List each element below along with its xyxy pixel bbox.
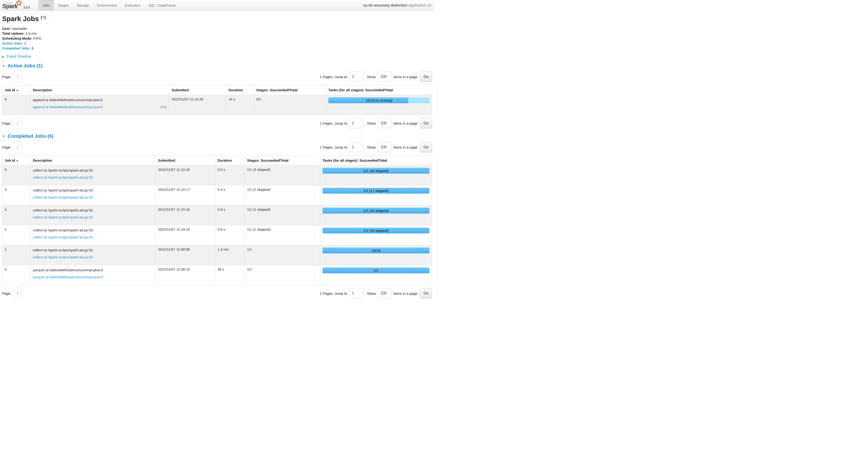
job-duration-cell: 0.5 s — [215, 165, 245, 186]
page-number-button[interactable]: 1 — [13, 117, 22, 129]
col-header-stages[interactable]: Stages: Succeeded/Total — [254, 85, 326, 95]
uptime-value: 3.0 min — [25, 31, 37, 35]
active-jobs-section-header[interactable]: ▼ Active Jobs (1) — [2, 63, 432, 68]
job-tasks-cell: 1/1 — [320, 265, 432, 285]
job-tasks-cell: 15/19 (4 running) — [326, 95, 432, 115]
col-header-tasks[interactable]: Tasks (for all stages): Succeeded/Total — [320, 155, 432, 165]
active-jobs-section-title[interactable]: Active Jobs (1) — [7, 63, 42, 68]
col-header-submitted[interactable]: Submitted — [169, 85, 226, 95]
job-detail-link[interactable]: collect at /spark-scripts/spark-ad.py:53 — [33, 215, 93, 220]
col-header-submitted[interactable]: Submitted — [156, 155, 215, 165]
jump-to-input[interactable] — [349, 118, 363, 128]
job-duration-cell: 0.3 s — [215, 186, 245, 205]
job-description-text: collect at /spark-scripts/spark-ad.py:53 — [33, 227, 153, 233]
active-bottom-pager: Page: 1 1 Pages. Jump to . Show items in… — [2, 117, 432, 129]
job-description-cell: append at NativeMethodAccessorImpl.java:… — [30, 95, 169, 115]
tasks-progress-bar: 15/19 (4 running) — [329, 97, 429, 103]
job-stages-cell: 1/1 (1 skipped) — [245, 225, 320, 245]
job-detail-link[interactable]: collect at /spark-scripts/spark-ad.py:53 — [33, 255, 93, 259]
pages-jump-text: 1 Pages. Jump to — [320, 75, 347, 79]
tasks-progress-bar: 1/1 (16 skipped) — [322, 208, 429, 214]
col-header-duration[interactable]: Duration — [226, 85, 254, 95]
tasks-progress-bar: 1/1 (16 skipped) — [322, 228, 429, 233]
page-number-button[interactable]: 1 — [13, 141, 22, 153]
page-label: Page: — [2, 291, 11, 295]
show-text: . Show — [365, 121, 376, 125]
page-title: Spark Jobs (?) — [2, 15, 432, 23]
event-timeline-link[interactable]: Event Timeline — [6, 54, 31, 58]
job-submitted-cell: 2022/11/07 11:10:16 — [156, 205, 215, 225]
job-detail-link[interactable]: collect at /spark-scripts/spark-ad.py:53 — [33, 195, 93, 200]
job-submitted-cell: 2022/11/07 11:10:16 — [156, 225, 215, 245]
col-header-description[interactable]: Description — [30, 155, 156, 165]
completed-table-header-row: Job Id▼ Description Submitted Duration S… — [2, 155, 432, 165]
tab-sql-dataframe[interactable]: SQL / DataFrame — [145, 0, 180, 10]
job-detail-link[interactable]: parquet at NativeMethodAccessorImpl.java… — [33, 275, 103, 280]
col-header-job-id[interactable]: Job Id▼ — [2, 155, 30, 165]
tab-jobs[interactable]: Jobs — [38, 0, 54, 10]
page-label: Page: — [2, 145, 11, 149]
spark-brand: APACHE Spark 3.3.0 — [0, 0, 35, 10]
items-per-page-input[interactable] — [377, 142, 392, 152]
page-number-button[interactable]: 1 — [13, 287, 22, 299]
active-jobs-link[interactable]: Active Jobs: — [2, 41, 23, 45]
job-tasks-cell: 1/1 (18 skipped) — [320, 165, 432, 186]
job-id-cell: 5 — [2, 165, 30, 186]
items-in-page-text: items in a page. — [394, 75, 418, 79]
help-link[interactable]: (?) — [40, 15, 46, 20]
job-tasks-cell: 1/1 (16 skipped) — [320, 205, 432, 225]
completed-jobs-link[interactable]: Completed Jobs: — [2, 46, 31, 50]
completed-jobs-section-header[interactable]: ▼ Completed Jobs (6) — [2, 133, 432, 139]
jump-to-input[interactable] — [349, 142, 363, 152]
completed-job-row: 1 collect at /spark-scripts/spark-ad.py:… — [2, 245, 432, 265]
tasks-progress-bar: 1/1 (18 skipped) — [322, 168, 429, 174]
items-per-page-input[interactable] — [377, 118, 392, 128]
application-title: ny-tlc-anomaly-detection application UI — [363, 0, 434, 10]
go-button[interactable]: Go — [420, 142, 432, 152]
tab-environment[interactable]: Environment — [93, 0, 121, 10]
col-header-job-id[interactable]: Job Id▼ — [2, 85, 30, 95]
active-jobs-count: 1 — [24, 41, 26, 45]
tasks-progress-bar: 1/1 (17 skipped) — [322, 188, 429, 194]
summary-active-jobs: Active Jobs: 1 — [2, 41, 432, 46]
col-header-tasks[interactable]: Tasks (for all stages): Succeeded/Total — [326, 85, 432, 95]
job-duration-cell: 0.8 s — [215, 225, 245, 245]
go-button[interactable]: Go — [420, 118, 432, 129]
tasks-progress-bar: 16/16 — [322, 248, 429, 253]
show-text: . Show — [365, 291, 376, 295]
jump-to-input[interactable] — [349, 288, 363, 298]
tab-stages[interactable]: Stages — [54, 0, 73, 10]
col-header-description[interactable]: Description — [30, 85, 169, 95]
tab-executors[interactable]: Executors — [121, 0, 145, 10]
page-number-button[interactable]: 1 — [13, 71, 22, 83]
job-summary-list: User: stackable Total Uptime: 3.0 min Sc… — [2, 26, 432, 51]
pages-jump-text: 1 Pages. Jump to — [320, 291, 347, 295]
items-per-page-input[interactable] — [377, 288, 392, 298]
progress-label: 15/19 (4 running) — [329, 97, 429, 103]
job-detail-link[interactable]: append at NativeMethodAccessorImpl.java:… — [33, 105, 103, 109]
go-button[interactable]: Go — [420, 72, 432, 82]
kill-job-link[interactable]: (kill) — [160, 105, 167, 109]
go-button[interactable]: Go — [420, 288, 432, 298]
completed-jobs-section-title[interactable]: Completed Jobs (6) — [8, 133, 54, 139]
col-header-stages[interactable]: Stages: Succeeded/Total — [245, 155, 320, 165]
spark-version: 3.3.0 — [24, 6, 30, 10]
scheduling-mode-label: Scheduling Mode: — [2, 36, 32, 40]
progress-label: 1/1 (16 skipped) — [322, 228, 429, 233]
job-detail-link[interactable]: collect at /spark-scripts/spark-ad.py:53 — [33, 235, 93, 239]
question-mark-icon: ? — [42, 15, 44, 20]
event-timeline-toggle[interactable]: ▶ Event Timeline — [2, 54, 432, 59]
job-tasks-cell: 1/1 (16 skipped) — [320, 225, 432, 245]
job-id-cell: 1 — [2, 245, 30, 265]
job-detail-link[interactable]: collect at /spark-scripts/spark-ad.py:53 — [33, 175, 93, 180]
job-duration-cell: 1.3 min — [215, 245, 245, 265]
tab-storage[interactable]: Storage — [73, 0, 93, 10]
job-id-cell: 3 — [2, 205, 30, 225]
jump-to-input[interactable] — [349, 72, 363, 82]
items-per-page-input[interactable] — [377, 72, 392, 82]
page-label: Page: — [2, 75, 11, 79]
scheduling-mode-value: FIFO — [33, 36, 41, 40]
col-header-duration[interactable]: Duration — [215, 155, 245, 165]
summary-completed-jobs: Completed Jobs: 6 — [2, 46, 432, 51]
progress-label: 1/1 (16 skipped) — [322, 208, 429, 214]
